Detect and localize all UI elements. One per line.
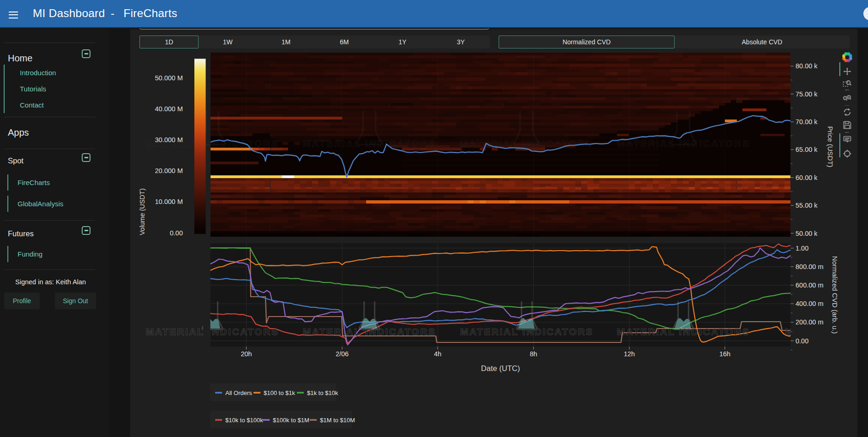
- svg-text:MATERIAL INDICATORS: MATERIAL INDICATORS: [617, 326, 750, 337]
- svg-text:16h: 16h: [719, 350, 730, 358]
- svg-text:MATERIAL INDICATORS: MATERIAL INDICATORS: [303, 138, 436, 149]
- svg-text:Normalized CVD (arb. u.): Normalized CVD (arb. u.): [831, 256, 839, 334]
- svg-text:$1M to $10M: $1M to $10M: [320, 417, 355, 424]
- svg-text:2/06: 2/06: [336, 350, 349, 358]
- svg-text:MATERIAL INDICATORS: MATERIAL INDICATORS: [146, 326, 279, 337]
- svg-text:70.00 k: 70.00 k: [796, 118, 818, 126]
- svg-text:Date (UTC): Date (UTC): [481, 364, 520, 372]
- svg-text:0.00: 0.00: [796, 337, 808, 345]
- svg-text:40.000 M: 40.000 M: [155, 105, 183, 113]
- svg-text:Volume (USDT): Volume (USDT): [139, 188, 146, 235]
- svg-text:400.00 m: 400.00 m: [796, 300, 823, 307]
- svg-text:1.00: 1.00: [796, 245, 808, 252]
- svg-text:20h: 20h: [241, 350, 252, 358]
- svg-text:12h: 12h: [624, 350, 635, 358]
- svg-text:800.00 m: 800.00 m: [796, 263, 823, 270]
- svg-text:4h: 4h: [434, 350, 441, 358]
- svg-text:60.00 k: 60.00 k: [796, 174, 818, 181]
- svg-text:20.000 M: 20.000 M: [155, 167, 183, 174]
- svg-text:50.000 M: 50.000 M: [155, 74, 183, 82]
- svg-text:$100k to $1M: $100k to $1M: [273, 417, 309, 424]
- svg-text:50.00 k: 50.00 k: [796, 230, 818, 237]
- svg-text:MATERIAL INDICATORS: MATERIAL INDICATORS: [617, 138, 750, 149]
- svg-text:65.00 k: 65.00 k: [796, 146, 818, 153]
- svg-text:$1k to $10k: $1k to $10k: [307, 389, 338, 396]
- svg-text:8h: 8h: [530, 350, 537, 358]
- svg-text:$100 to $1k: $100 to $1k: [264, 389, 295, 396]
- svg-text:All Orders: All Orders: [225, 389, 252, 396]
- svg-text:80.00 k: 80.00 k: [796, 62, 818, 70]
- svg-text:Price (USDT): Price (USDT): [826, 126, 834, 167]
- svg-text:MATERIAL INDICATORS: MATERIAL INDICATORS: [460, 138, 593, 149]
- svg-text:10.000 M: 10.000 M: [155, 198, 183, 205]
- svg-text:30.000 M: 30.000 M: [155, 136, 183, 144]
- svg-text:55.00 k: 55.00 k: [796, 202, 818, 209]
- svg-text:MATERIAL INDICATORS: MATERIAL INDICATORS: [460, 326, 594, 337]
- svg-text:75.00 k: 75.00 k: [796, 90, 818, 98]
- svg-text:$10k to $100k: $10k to $100k: [225, 417, 263, 424]
- svg-text:0.00: 0.00: [170, 229, 183, 237]
- svg-text:600.00 m: 600.00 m: [796, 281, 823, 289]
- svg-text:MATERIAL INDICATORS: MATERIAL INDICATORS: [303, 326, 436, 337]
- svg-text:200.00 m: 200.00 m: [796, 318, 823, 326]
